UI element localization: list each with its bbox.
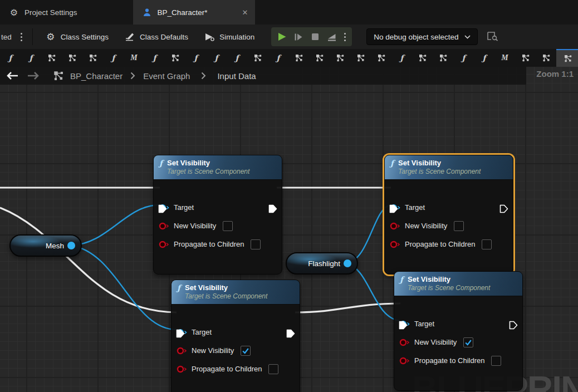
flashlight-variable-node[interactable]: Flashlight <box>286 252 358 275</box>
graph-tab-icon[interactable] <box>412 49 433 67</box>
simulation-button[interactable]: Simulation <box>196 24 262 49</box>
exec-in-pin[interactable] <box>175 329 185 339</box>
breadcrumb-item-event-graph[interactable]: Event Graph <box>140 71 193 81</box>
play-options-kebab-icon[interactable] <box>341 33 349 41</box>
stop-button[interactable] <box>308 30 322 44</box>
new-visibility-checkbox[interactable] <box>463 337 473 347</box>
set-visibility-node[interactable]: ƒ Set Visibility Target is Scene Compone… <box>384 155 513 275</box>
target-pin-label: Target <box>414 320 434 328</box>
graph-tab-icon[interactable] <box>556 49 578 67</box>
graph-tab-icon[interactable] <box>165 49 185 67</box>
overflow-kebab-icon[interactable] <box>15 33 28 41</box>
bool-pin[interactable] <box>390 241 400 248</box>
exec-out-pin[interactable] <box>499 204 509 214</box>
class-defaults-button[interactable]: Class Defaults <box>116 24 196 49</box>
propagate-checkbox[interactable] <box>491 356 501 366</box>
macro-graph-tab-icon[interactable]: M <box>124 49 144 67</box>
eject-icon[interactable] <box>325 30 339 44</box>
set-visibility-node[interactable]: ƒ Set Visibility Target is Scene Compone… <box>394 271 523 391</box>
target-pin-row[interactable]: Target <box>154 200 282 215</box>
propagate-pin-row[interactable]: Propagate to Children <box>154 237 282 252</box>
target-pin-row[interactable]: Target <box>394 316 522 331</box>
new-visibility-checkbox[interactable] <box>454 221 464 231</box>
bool-pin[interactable] <box>177 347 187 355</box>
exec-in-pin[interactable] <box>389 204 399 214</box>
tab-project-settings[interactable]: ⚙ Project Settings <box>0 0 86 24</box>
bool-pin[interactable] <box>390 222 400 230</box>
breadcrumb-item-bp-character[interactable]: BP_Character <box>67 71 126 81</box>
exec-in-pin[interactable] <box>158 204 168 214</box>
graph-tab-icon[interactable] <box>41 49 62 67</box>
settings-icon: ⚙ <box>9 7 19 17</box>
graph-tab-icon[interactable] <box>288 49 309 67</box>
function-graph-tab-icon[interactable]: ƒ <box>103 49 124 67</box>
bool-pin[interactable] <box>159 241 169 248</box>
tab-bp-character[interactable]: BP_Character* ✕ <box>133 0 255 24</box>
exec-out-pin[interactable] <box>286 329 296 339</box>
new-visibility-pin-row[interactable]: New Visibility <box>394 335 522 350</box>
bool-pin[interactable] <box>399 339 410 346</box>
new-visibility-pin-row[interactable]: New Visibility <box>154 218 282 233</box>
graph-tab-icon[interactable] <box>536 49 556 67</box>
frame-skip-icon[interactable] <box>291 30 306 44</box>
propagate-checkbox[interactable] <box>251 239 261 249</box>
graph-tab-icon[interactable] <box>62 49 82 67</box>
graph-tab-icon[interactable] <box>515 49 536 67</box>
node-title: Set Visibility <box>398 158 481 168</box>
back-arrow-icon[interactable] <box>0 72 26 80</box>
new-visibility-checkbox[interactable] <box>223 221 233 231</box>
propagate-pin-row[interactable]: Propagate to Children <box>385 237 513 252</box>
function-graph-tab-icon[interactable]: ƒ <box>453 49 474 67</box>
variable-output-pin[interactable] <box>67 242 75 249</box>
variable-output-pin[interactable] <box>344 259 351 267</box>
bool-pin[interactable] <box>177 365 187 373</box>
graph-tab-icon[interactable] <box>433 49 453 67</box>
truncated-toolbar-button[interactable]: ted <box>0 33 15 41</box>
debug-object-dropdown[interactable]: No debug object selected <box>366 28 477 45</box>
node-title: Set Visibility <box>185 283 267 292</box>
propagate-checkbox[interactable] <box>482 239 492 249</box>
node-subtitle: Target is Scene Component <box>185 292 267 301</box>
set-visibility-node[interactable]: ƒ Set Visibility Target is Scene Compone… <box>171 280 300 392</box>
function-graph-tab-icon[interactable]: ƒ <box>391 49 412 67</box>
graph-tab-icon[interactable] <box>371 49 391 67</box>
set-visibility-node[interactable]: ƒ Set Visibility Target is Scene Compone… <box>153 155 282 275</box>
function-graph-tab-icon[interactable]: ƒ <box>21 49 41 67</box>
node-subtitle: Target is Scene Component <box>167 168 249 176</box>
node-body: Target New Visibility Propagate to Child… <box>394 316 522 390</box>
graph-tab-icon[interactable] <box>309 49 330 67</box>
target-pin-row[interactable]: Target <box>172 325 300 340</box>
breadcrumb-item-input-data[interactable]: Input Data <box>214 71 259 81</box>
play-button[interactable] <box>275 30 289 44</box>
graph-tab-icon[interactable] <box>82 49 103 67</box>
mesh-variable-node[interactable]: Mesh <box>9 234 82 257</box>
function-graph-tab-icon[interactable]: ƒ <box>268 49 288 67</box>
new-visibility-pin-row[interactable]: New Visibility <box>385 218 513 233</box>
forward-arrow-icon[interactable] <box>26 72 46 80</box>
macro-graph-tab-icon[interactable]: M <box>494 49 515 67</box>
function-graph-tab-icon[interactable]: ƒ <box>185 49 206 67</box>
new-visibility-pin-row[interactable]: New Visibility <box>172 343 300 358</box>
propagate-checkbox[interactable] <box>268 364 278 374</box>
bool-pin[interactable] <box>399 357 410 365</box>
exec-out-pin[interactable] <box>508 320 518 330</box>
find-in-blueprint-icon[interactable] <box>487 31 499 43</box>
function-graph-tab-icon[interactable]: ƒ <box>474 49 494 67</box>
function-graph-tab-icon[interactable]: ƒ <box>144 49 165 67</box>
breadcrumb: BP_Character Event Graph Input Data <box>0 67 526 85</box>
function-graph-tab-icon[interactable]: ƒ <box>227 49 247 67</box>
propagate-pin-row[interactable]: Propagate to Children <box>172 361 300 376</box>
close-icon[interactable]: ✕ <box>242 8 248 17</box>
exec-in-pin[interactable] <box>398 320 408 330</box>
graph-tab-icon[interactable] <box>330 49 350 67</box>
function-graph-tab-icon[interactable]: ƒ <box>206 49 227 67</box>
propagate-pin-row[interactable]: Propagate to Children <box>394 353 522 368</box>
graph-tab-icon[interactable] <box>247 49 268 67</box>
new-visibility-checkbox[interactable] <box>241 346 251 356</box>
graph-tab-icon[interactable] <box>350 49 371 67</box>
exec-out-pin[interactable] <box>268 204 278 214</box>
function-graph-tab-icon[interactable]: ƒ <box>0 49 21 67</box>
bool-pin[interactable] <box>159 222 169 230</box>
class-settings-button[interactable]: ⚙ Class Settings <box>37 24 116 49</box>
target-pin-row[interactable]: Target <box>385 200 513 215</box>
